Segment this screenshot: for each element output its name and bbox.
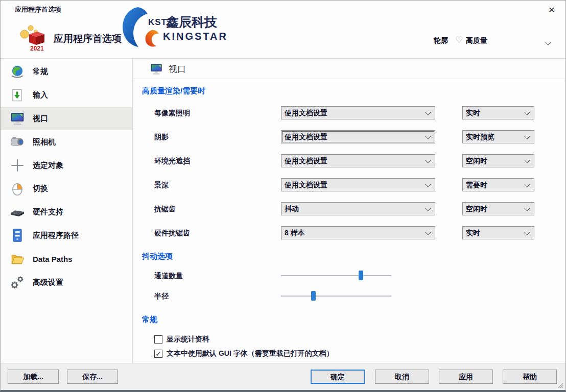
setting-label: 抗锯齿 xyxy=(154,202,176,215)
brand-name-en: KINGSTAR xyxy=(163,31,228,42)
sidebar-item-data-paths[interactable]: Data Paths xyxy=(1,247,132,271)
chevron-down-icon xyxy=(524,229,530,235)
quality-heart-icon: ♡ xyxy=(455,35,463,45)
hardware-icon xyxy=(10,205,25,220)
hardware-antialiasing-mode-select[interactable]: 实时 xyxy=(462,226,534,239)
panel-header: 视口 xyxy=(133,59,566,79)
slider-label: 通道数量 xyxy=(154,269,183,282)
sidebar-item-input[interactable]: 输入 xyxy=(1,84,132,107)
default-gui-font-checkbox[interactable]: ✓ 文本中使用默认 GUI 字体（需要重载已打开的文档） xyxy=(154,348,334,359)
footer-bar: 加载... 保存... 确定 取消 应用 帮助 xyxy=(1,363,565,390)
brand-name-cn: 鑫辰科技 xyxy=(166,14,217,31)
sidebar-item-label: 应用程序路径 xyxy=(33,231,79,240)
show-statistics-checkbox[interactable]: 显示统计资料 xyxy=(154,334,209,345)
camera-icon xyxy=(10,134,25,150)
combo-value: 使用文档设置 xyxy=(285,133,327,141)
antialiasing-select[interactable]: 抖动 xyxy=(281,202,435,215)
help-button[interactable]: 帮助 xyxy=(503,370,557,384)
combo-value: 实时预览 xyxy=(466,133,494,141)
checkbox-icon[interactable] xyxy=(154,335,162,344)
checkbox-label: 显示统计资料 xyxy=(167,335,209,344)
sidebar-item-label: 切换 xyxy=(33,184,48,193)
cancel-button[interactable]: 取消 xyxy=(375,370,429,384)
sidebar-item-label: 高级设置 xyxy=(33,278,63,287)
sidebar-item-viewport[interactable]: 视口 xyxy=(1,107,132,131)
setting-label: 每像素照明 xyxy=(154,106,190,119)
load-button[interactable]: 加载... xyxy=(8,370,59,384)
folder-icon xyxy=(10,251,25,266)
chevron-down-icon xyxy=(524,109,530,115)
setting-label: 硬件抗锯齿 xyxy=(154,226,190,239)
globe-icon xyxy=(10,64,25,80)
setting-label: 景深 xyxy=(154,178,169,191)
hardware-antialiasing-select[interactable]: 8 样本 xyxy=(281,226,435,239)
channels-slider[interactable] xyxy=(281,269,391,282)
sidebar-item-camera[interactable]: 照相机 xyxy=(1,130,132,154)
sidebar-item-label: 硬件支持 xyxy=(33,207,63,217)
slider-thumb[interactable] xyxy=(311,291,316,301)
combo-value: 使用文档设置 xyxy=(285,109,327,117)
combo-value: 8 样本 xyxy=(285,229,305,237)
chevron-down-icon xyxy=(425,157,431,163)
window-title: 应用程序首选项 xyxy=(15,5,61,14)
sidebar-item-selection[interactable]: 选定对象 xyxy=(1,154,132,177)
sidebar: 常规 输入 视口 xyxy=(1,59,132,363)
sidebar-item-general[interactable]: 常规 xyxy=(1,60,132,84)
kingstar-swirl-icon xyxy=(144,29,162,47)
setting-label: 阴影 xyxy=(154,130,169,143)
shadows-select[interactable]: 使用文档设置 xyxy=(281,130,435,143)
chevron-down-icon xyxy=(425,229,431,235)
shadows-mode-select[interactable]: 实时预览 xyxy=(462,130,534,143)
section-general-title: 常规 xyxy=(142,315,157,325)
sidebar-item-toggles[interactable]: 切换 xyxy=(1,177,132,201)
slider-track[interactable] xyxy=(281,275,391,276)
combo-value: 抖动 xyxy=(285,205,299,213)
sidebar-item-advanced-settings[interactable]: 高级设置 xyxy=(1,271,132,294)
section-rendering-title: 高质量渲染/需要时 xyxy=(142,86,205,96)
mouse-icon xyxy=(10,181,25,197)
chevron-down-icon xyxy=(524,133,530,139)
combo-value: 使用文档设置 xyxy=(285,157,327,165)
sidebar-item-label: 输入 xyxy=(33,90,48,100)
setting-label: 环境光遮挡 xyxy=(154,154,190,167)
chevron-down-icon xyxy=(425,181,431,187)
gears-icon xyxy=(10,275,25,290)
close-icon[interactable]: × xyxy=(544,3,559,17)
page-title: 应用程序首选项 xyxy=(54,32,122,45)
chevron-down-icon xyxy=(524,205,530,211)
preferences-window: 应用程序首选项 × 2021 应用程序首选项 KST 鑫辰科技 KINGSTAR… xyxy=(0,0,566,392)
brand-kst-text: KST xyxy=(148,17,167,28)
ambient-occlusion-select[interactable]: 使用文档设置 xyxy=(281,154,435,167)
chevron-down-icon xyxy=(425,205,431,211)
depth-of-field-mode-select[interactable]: 需要时 xyxy=(462,178,534,191)
slider-thumb[interactable] xyxy=(359,271,363,280)
cabinet-icon xyxy=(10,228,25,243)
chevron-down-icon xyxy=(524,157,530,163)
panel-divider xyxy=(133,79,566,79)
app-icon: 2021 xyxy=(18,23,48,53)
depth-of-field-select[interactable]: 使用文档设置 xyxy=(281,178,435,191)
slider-track[interactable] xyxy=(281,296,391,297)
monitor-icon xyxy=(150,62,163,76)
chevron-down-icon[interactable] xyxy=(546,37,556,45)
profile-value[interactable]: 高质量 xyxy=(466,36,487,45)
combo-value: 空闲时 xyxy=(466,157,487,165)
monitor-icon xyxy=(10,111,25,126)
combo-value: 实时 xyxy=(466,109,480,117)
checkbox-label: 文本中使用默认 GUI 字体（需要重载已打开的文档） xyxy=(167,349,334,358)
ok-button[interactable]: 确定 xyxy=(311,370,365,384)
save-button[interactable]: 保存... xyxy=(67,370,118,384)
ambient-occlusion-mode-select[interactable]: 空闲时 xyxy=(462,154,534,167)
checkbox-icon[interactable]: ✓ xyxy=(154,350,162,358)
sidebar-item-hardware-support[interactable]: 硬件支持 xyxy=(1,201,132,224)
radius-slider[interactable] xyxy=(281,289,391,303)
sidebar-item-label: 选定对象 xyxy=(33,161,63,170)
per-pixel-lighting-mode-select[interactable]: 实时 xyxy=(462,106,534,119)
apply-button[interactable]: 应用 xyxy=(439,370,493,384)
antialiasing-mode-select[interactable]: 空闲时 xyxy=(462,202,534,215)
per-pixel-lighting-select[interactable]: 使用文档设置 xyxy=(281,106,435,119)
resize-grip[interactable] xyxy=(557,382,563,388)
sidebar-item-app-paths[interactable]: 应用程序路径 xyxy=(1,224,132,248)
viewport-settings-panel: 视口 高质量渲染/需要时 每像素照明 使用文档设置 实时 阴影 使用文档设置 实… xyxy=(133,59,566,363)
crosshair-icon xyxy=(10,158,25,173)
